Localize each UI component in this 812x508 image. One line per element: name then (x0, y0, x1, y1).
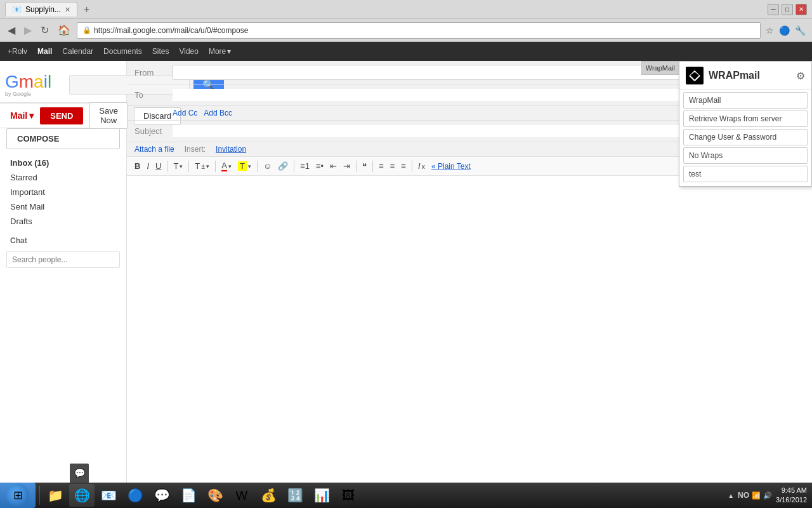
align-left-button[interactable]: ≡ (376, 160, 386, 172)
toolbar-sep-4 (257, 161, 258, 172)
browser-tab-active[interactable]: 📧 Supplyin... ✕ (5, 2, 77, 17)
attach-file-link[interactable]: Attach a file (134, 145, 174, 154)
gmail-logo-area: Gmail by Google 🔍 (0, 67, 126, 103)
wrapmail-logo-icon (688, 69, 701, 82)
toolbar-sep-3 (215, 161, 216, 172)
close-button[interactable]: ✕ (796, 4, 807, 15)
taskbar-app-calculator[interactable]: 🔢 (282, 484, 308, 507)
sidebar-item-inbox[interactable]: Inbox (16) (0, 156, 126, 170)
mail-label-dropdown[interactable]: Mail ▾ (10, 110, 34, 121)
network-icon: 📶 (752, 491, 761, 500)
taskbar-app-ie[interactable]: 🔵 (122, 484, 148, 507)
taskbar-app-excel[interactable]: 📊 (309, 484, 334, 507)
taskbar-app-word[interactable]: W (229, 484, 254, 507)
browser-toolbar-icons: ☆ 🔵 🔧 (764, 24, 807, 37)
refresh-button[interactable]: ↻ (38, 23, 51, 37)
wrapmail-menu-item-4[interactable]: test (683, 166, 808, 182)
from-label: From (134, 68, 173, 77)
taskbar: ⊞ 📁 🌐 📧 🔵 💬 📄 🎨 W 💰 🔢 📊 🖼 ▲ NO 📶 🔊 (0, 483, 812, 508)
taskbar-app-photoshop[interactable]: 🎨 (202, 484, 228, 507)
gapps-more[interactable]: More ▾ (209, 47, 231, 56)
wrapmail-menu-item-1[interactable]: Retrieve Wraps from server (683, 110, 808, 127)
gapps-mail[interactable]: Mail (37, 47, 52, 56)
taskbar-app-skype[interactable]: 💬 (149, 484, 174, 507)
taskbar-app-chrome[interactable]: 🌐 (69, 484, 95, 507)
quote-button[interactable]: ❝ (360, 160, 369, 172)
sidebar: Gmail by Google 🔍 Mail ▾ SEND (0, 61, 127, 483)
emoji-button[interactable]: ☺ (261, 160, 274, 172)
compose-button[interactable]: COMPOSE (6, 128, 120, 149)
sidebar-item-sent[interactable]: Sent Mail (0, 199, 126, 214)
gapps-sites[interactable]: Sites (152, 47, 169, 56)
gapps-bar: +Rolv Mail Calendar Documents Sites Vide… (0, 42, 812, 61)
align-center-button[interactable]: ≡ (388, 160, 398, 172)
wrapmail-tab-label: WrapMail (646, 64, 675, 72)
sidebar-item-important[interactable]: Important (0, 185, 126, 199)
clock-time: 9:45 AM (776, 486, 807, 495)
underline-button[interactable]: U (153, 160, 164, 172)
outdent-button[interactable]: ⇤ (327, 160, 339, 172)
forward-button[interactable]: ▶ (22, 23, 34, 37)
ssl-lock-icon: 🔒 (82, 26, 91, 34)
font-size-button[interactable]: T± ▾ (192, 160, 212, 172)
taskbar-app-td[interactable]: 💰 (256, 484, 281, 507)
wrapmail-menu-item-3[interactable]: No Wraps (683, 147, 808, 164)
start-button[interactable]: ⊞ (0, 483, 36, 508)
star-button[interactable]: ☆ (764, 24, 775, 37)
logo-a: a (34, 72, 44, 91)
italic-button[interactable]: I (144, 160, 152, 172)
bold-button[interactable]: B (132, 160, 143, 172)
home-button[interactable]: 🏠 (55, 23, 73, 37)
gapps-plus[interactable]: +Rolv (8, 47, 27, 56)
restore-button[interactable]: □ (782, 4, 793, 15)
chat-section: Chat (0, 229, 126, 249)
back-button[interactable]: ◀ (5, 23, 18, 37)
unordered-list-button[interactable]: ≡• (313, 160, 326, 172)
ordered-list-button[interactable]: ≡1 (298, 160, 312, 172)
tab-close-button[interactable]: ✕ (65, 6, 70, 14)
send-button[interactable]: SEND (40, 107, 83, 124)
wrapmail-icon-button[interactable]: 🔵 (778, 24, 791, 37)
address-bar[interactable]: 🔒 https://mail.google.com/mail/ca/u/0/#c… (77, 22, 761, 39)
gapps-video[interactable]: Video (179, 47, 198, 56)
tools-button[interactable]: 🔧 (794, 24, 807, 37)
chat-label: Chat (10, 236, 27, 245)
add-bcc-link[interactable]: Add Bcc (204, 109, 232, 117)
url-text: https://mail.google.com/mail/ca/u/0/#com… (94, 26, 755, 35)
indent-button[interactable]: ⇥ (341, 160, 353, 172)
align-right-button[interactable]: ≡ (398, 160, 409, 172)
link-button[interactable]: 🔗 (275, 160, 291, 172)
chat-search-input[interactable] (6, 251, 120, 268)
minimize-button[interactable]: ─ (768, 4, 779, 15)
font-color-button[interactable]: A ▾ (219, 159, 234, 173)
font-button[interactable]: T ▾ (171, 160, 185, 172)
taskbar-app-outlook[interactable]: 📧 (96, 484, 121, 507)
bg-color-button[interactable]: T ▾ (235, 160, 254, 172)
new-tab-button[interactable]: + (80, 3, 93, 17)
add-cc-link[interactable]: Add Cc (173, 109, 197, 117)
inbox-label: Inbox (16) (10, 158, 49, 168)
svg-line-1 (690, 76, 695, 81)
subject-label: Subject (134, 126, 173, 136)
clear-format-button[interactable]: Ix (416, 160, 428, 172)
plain-text-link[interactable]: « Plain Text (431, 162, 471, 171)
gapps-calendar[interactable]: Calendar (62, 47, 93, 56)
editor-body[interactable] (127, 176, 812, 483)
wrapmail-settings-button[interactable]: ⚙ (796, 70, 805, 82)
wrapmail-tab[interactable]: WrapMail (641, 61, 679, 75)
taskbar-app-explorer[interactable]: 📁 (43, 484, 68, 507)
browser-titlebar: 📧 Supplyin... ✕ + ─ □ ✕ (0, 0, 812, 19)
taskbar-app-gallery[interactable]: 🖼 (336, 484, 361, 507)
invitation-link[interactable]: Invitation (216, 145, 246, 154)
notify-arrow[interactable]: ▲ (728, 492, 734, 499)
taskbar-app-acrobat[interactable]: 📄 (176, 484, 201, 507)
save-now-button[interactable]: Save Now (89, 102, 128, 129)
sidebar-item-starred[interactable]: Starred (0, 170, 126, 185)
lang-indicator: NO (738, 491, 749, 500)
wrapmail-menu-item-2[interactable]: Change User & Password (683, 129, 808, 145)
gapps-documents[interactable]: Documents (103, 47, 142, 56)
mini-chat-bar[interactable]: 💬 (70, 464, 89, 483)
sidebar-item-drafts[interactable]: Drafts (0, 214, 126, 229)
wrapmail-menu-item-0[interactable]: WrapMail (683, 92, 808, 109)
toolbar-sep-5 (294, 161, 294, 172)
